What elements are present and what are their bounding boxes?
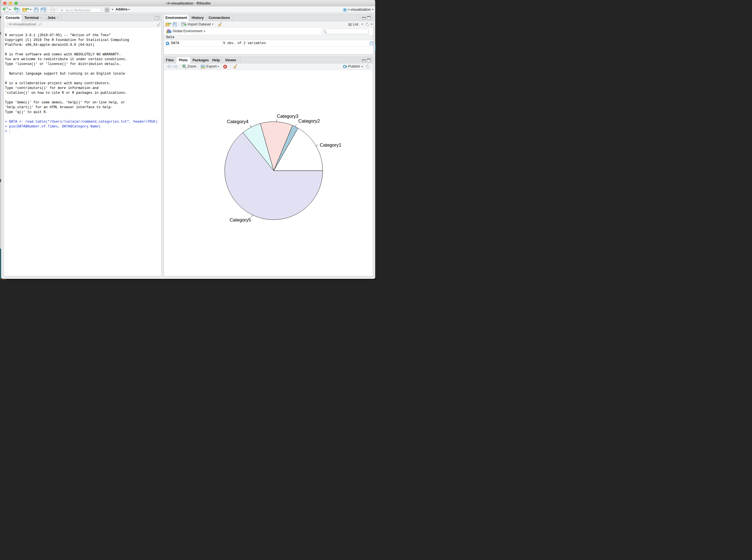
svg-text:R: R	[16, 8, 18, 10]
svg-text:Category1: Category1	[320, 142, 341, 147]
svg-text:Category4: Category4	[227, 119, 248, 124]
svg-text:Category5: Category5	[230, 217, 251, 222]
svg-text:Category2: Category2	[298, 118, 320, 123]
svg-text:Category3: Category3	[277, 113, 298, 118]
svg-text:R: R	[344, 8, 346, 11]
